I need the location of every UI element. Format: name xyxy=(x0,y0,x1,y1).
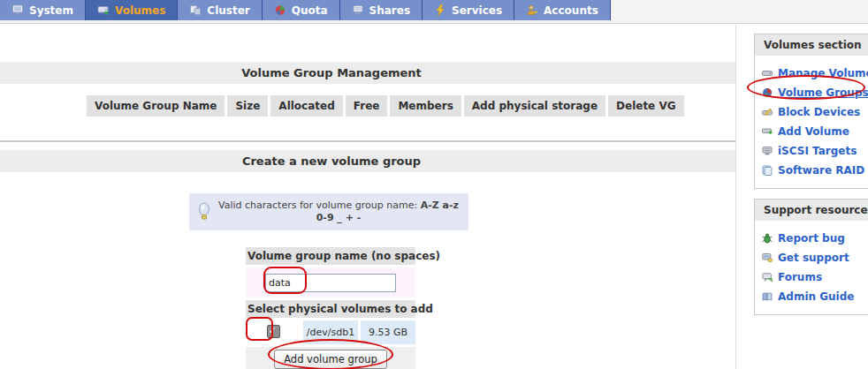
iscsi-targets-icon xyxy=(762,146,773,156)
col-size: Size xyxy=(227,95,268,117)
sidebar-item-label: Add Volume xyxy=(778,125,849,138)
main-content: Volume Group Management Volume Group Nam… xyxy=(0,25,736,369)
get-support-icon xyxy=(762,252,773,263)
volumes-icon xyxy=(97,4,110,16)
pv-checkbox-cell xyxy=(246,320,301,344)
nav-tabs: System Volumes Cluster Quota Shares xyxy=(0,0,611,20)
sidebar-item-add-volume[interactable]: Add Volume xyxy=(762,122,868,141)
tab-label: Quota xyxy=(292,4,328,17)
sidebar-volumes-title: Volumes section xyxy=(755,34,868,56)
tab-label: Volumes xyxy=(115,4,165,17)
software-raid-icon xyxy=(762,165,773,176)
col-free: Free xyxy=(346,95,388,117)
section1-title: Volume Group Management xyxy=(0,62,663,84)
accounts-icon xyxy=(526,4,538,16)
system-icon xyxy=(11,4,24,16)
info-note-bold2: 0-9 _ + - xyxy=(316,212,362,223)
create-vg-form: Volume group name (no spaces) Select phy… xyxy=(243,245,418,369)
sidebar-item-label: Admin Guide xyxy=(778,290,854,303)
tab-quota[interactable]: Quota xyxy=(263,0,340,20)
lightbulb-icon xyxy=(194,201,214,222)
quota-icon xyxy=(274,4,286,16)
tab-label: Shares xyxy=(369,4,410,17)
info-note-bold1: A-Z a-z xyxy=(421,200,459,211)
sidebar-item-label: iSCSI Targets xyxy=(778,145,857,157)
info-note-text: Valid characters for volume group name: … xyxy=(214,200,463,224)
tab-label: Services xyxy=(452,4,502,17)
tab-volumes[interactable]: Volumes xyxy=(86,0,178,20)
sidebar-item-volume-groups[interactable]: Volume Groups xyxy=(762,83,868,102)
sidebar-item-admin-guide[interactable]: Admin Guide xyxy=(762,287,868,306)
info-note: Valid characters for volume group name: … xyxy=(189,193,468,230)
admin-guide-icon xyxy=(762,291,773,302)
sidebar-item-block-devices[interactable]: Block Devices xyxy=(762,102,868,122)
sidebar-item-get-support[interactable]: Get support xyxy=(762,248,868,267)
section2-title: Create a new volume group xyxy=(0,150,663,172)
info-note-normal: Valid characters for volume group name: xyxy=(218,200,417,211)
pv-size: 9.53 GB xyxy=(361,320,415,344)
sidebar-item-label: Software RAID xyxy=(778,164,864,177)
block-devices-icon xyxy=(762,107,773,117)
manage-volumes-icon xyxy=(762,68,773,79)
report-bug-icon xyxy=(762,233,773,244)
sidebar-item-forums[interactable]: Forums xyxy=(762,267,868,287)
pv-select-header: Select physical volumes to add xyxy=(246,300,415,318)
sidebar-item-label: Report bug xyxy=(778,232,845,245)
add-volume-icon xyxy=(762,126,773,137)
vg-name-header: Volume group name (no spaces) xyxy=(246,247,415,265)
sidebar-support-section: Support resources Report bug Get support… xyxy=(754,199,868,315)
sidebar-support-title: Support resources xyxy=(755,200,868,221)
tab-services[interactable]: Services xyxy=(423,0,514,20)
sidebar-item-report-bug[interactable]: Report bug xyxy=(762,229,868,248)
section-bar-create-vg: Create a new volume group xyxy=(0,150,735,172)
sidebar-item-label: Block Devices xyxy=(778,106,860,118)
top-nav-bar: System Volumes Cluster Quota Shares xyxy=(0,0,868,24)
forums-icon xyxy=(762,272,773,282)
tab-label: Cluster xyxy=(207,4,249,17)
services-icon xyxy=(434,4,446,16)
col-add-physical-storage: Add physical storage xyxy=(464,95,605,117)
sidebar-volumes-section: Volumes section Manage Volumes Volume Gr… xyxy=(754,34,868,189)
section-bar-vg-management: Volume Group Management xyxy=(0,62,735,84)
sidebar: Volumes section Manage Volumes Volume Gr… xyxy=(754,34,868,325)
col-members: Members xyxy=(390,95,461,117)
shares-icon xyxy=(352,4,364,16)
add-volume-group-button[interactable]: Add volume group xyxy=(274,350,387,369)
tab-cluster[interactable]: Cluster xyxy=(178,0,262,20)
volume-groups-icon xyxy=(762,87,773,98)
sidebar-item-software-raid[interactable]: Software RAID xyxy=(762,161,868,180)
col-delete-vg: Delete VG xyxy=(608,95,684,117)
tab-shares[interactable]: Shares xyxy=(340,0,423,20)
col-allocated: Allocated xyxy=(270,95,342,117)
sidebar-item-manage-volumes[interactable]: Manage Volumes xyxy=(762,64,868,83)
col-volume-group-name: Volume Group Name xyxy=(87,95,225,117)
vg-table-header-row: Volume Group Name Size Allocated Free Me… xyxy=(87,95,735,117)
section-divider xyxy=(0,140,735,142)
pv-device: /dev/sdb1 xyxy=(303,320,358,344)
pv-row: /dev/sdb1 9.53 GB xyxy=(246,320,415,344)
vg-name-row xyxy=(246,267,415,297)
sidebar-item-label: Manage Volumes xyxy=(778,67,868,79)
submit-row: Add volume group xyxy=(246,347,415,369)
sidebar-item-label: Volume Groups xyxy=(778,87,868,99)
tab-label: Accounts xyxy=(544,4,598,17)
pv-checkbox[interactable] xyxy=(267,325,280,338)
sidebar-item-iscsi-targets[interactable]: iSCSI Targets xyxy=(762,141,868,161)
tab-accounts[interactable]: Accounts xyxy=(514,0,611,20)
sidebar-item-label: Get support xyxy=(778,252,849,264)
tab-system[interactable]: System xyxy=(0,0,86,20)
cluster-icon xyxy=(189,4,202,16)
tab-label: System xyxy=(29,4,73,17)
vg-name-input[interactable] xyxy=(265,274,396,292)
sidebar-item-label: Forums xyxy=(778,271,822,283)
